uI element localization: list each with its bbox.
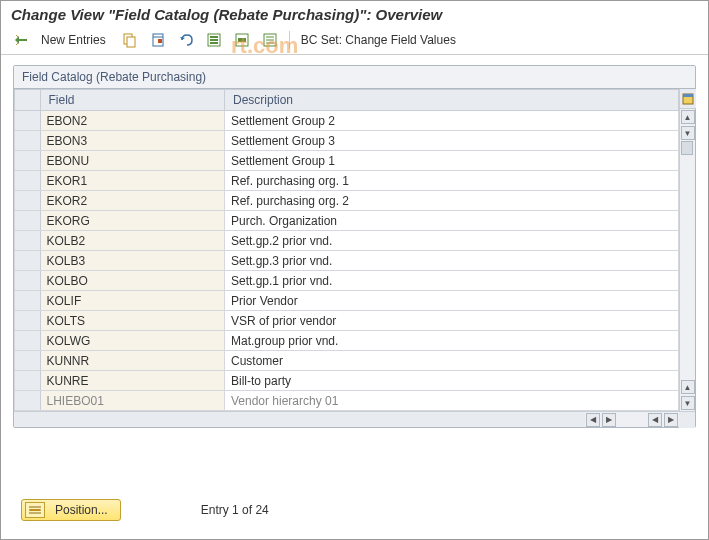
svg-rect-10 [238, 38, 246, 42]
cell-field[interactable]: KOLTS [40, 311, 224, 331]
table-row[interactable]: KUNREBill-to party [15, 371, 679, 391]
new-entries-button[interactable]: New Entries [37, 33, 114, 47]
scroll-track[interactable] [681, 141, 695, 379]
vertical-scrollbar: ▲ ▼ ▲ ▼ [679, 89, 695, 411]
page-title: Change View "Field Catalog (Rebate Purch… [1, 1, 708, 26]
table-row[interactable]: EBON2Settlement Group 2 [15, 111, 679, 131]
cell-field[interactable]: KOLWG [40, 331, 224, 351]
scroll-right-button-2[interactable]: ▶ [664, 413, 678, 427]
table-row[interactable]: KOLWGMat.group prior vnd. [15, 331, 679, 351]
cell-field[interactable]: EBONU [40, 151, 224, 171]
cell-description[interactable]: Mat.group prior vnd. [224, 331, 678, 351]
position-button[interactable]: Position... [21, 499, 121, 521]
svg-rect-6 [210, 36, 218, 38]
row-selector[interactable] [15, 171, 41, 191]
scroll-down-button[interactable]: ▼ [681, 126, 695, 140]
cell-field[interactable]: EKORG [40, 211, 224, 231]
position-icon [25, 502, 45, 518]
bc-set-button[interactable]: BC Set: Change Field Values [297, 33, 464, 47]
row-selector[interactable] [15, 251, 41, 271]
scroll-right-button[interactable]: ▶ [602, 413, 616, 427]
select-block-icon[interactable] [230, 29, 254, 51]
cell-description[interactable]: Ref. purchasing org. 2 [224, 191, 678, 211]
scroll-left-button[interactable]: ◀ [586, 413, 600, 427]
table-row[interactable]: KUNNRCustomer [15, 351, 679, 371]
position-label: Position... [55, 503, 108, 517]
scroll-left-button-2[interactable]: ◀ [648, 413, 662, 427]
row-selector[interactable] [15, 231, 41, 251]
cell-description[interactable]: Sett.gp.3 prior vnd. [224, 251, 678, 271]
cell-description[interactable]: VSR of prior vendor [224, 311, 678, 331]
table-row[interactable]: LHIEBO01Vendor hierarchy 01 [15, 391, 679, 411]
cell-description[interactable]: Customer [224, 351, 678, 371]
table-row[interactable]: KOLTSVSR of prior vendor [15, 311, 679, 331]
scroll-up-button-2[interactable]: ▲ [681, 380, 695, 394]
horizontal-scrollbar: ◀ ▶ ◀ ▶ [14, 411, 695, 427]
row-selector[interactable] [15, 191, 41, 211]
row-selector[interactable] [15, 351, 41, 371]
svg-rect-8 [210, 42, 218, 44]
cell-field[interactable]: EKOR2 [40, 191, 224, 211]
row-selector[interactable] [15, 131, 41, 151]
cell-description[interactable]: Sett.gp.2 prior vnd. [224, 231, 678, 251]
row-selector[interactable] [15, 211, 41, 231]
table-row[interactable]: KOLB3Sett.gp.3 prior vnd. [15, 251, 679, 271]
row-selector[interactable] [15, 391, 41, 411]
table-row[interactable]: KOLB2Sett.gp.2 prior vnd. [15, 231, 679, 251]
cell-description[interactable]: Settlement Group 1 [224, 151, 678, 171]
copy-icon[interactable] [118, 29, 142, 51]
cell-description[interactable]: Prior Vendor [224, 291, 678, 311]
cell-description[interactable]: Settlement Group 3 [224, 131, 678, 151]
separator [289, 31, 290, 49]
cell-field[interactable]: EBON2 [40, 111, 224, 131]
cell-field[interactable]: KUNNR [40, 351, 224, 371]
row-selector[interactable] [15, 111, 41, 131]
cell-description[interactable]: Purch. Organization [224, 211, 678, 231]
row-selector[interactable] [15, 331, 41, 351]
toggle-button[interactable] [9, 29, 33, 51]
cell-field[interactable]: KOLBO [40, 271, 224, 291]
table-row[interactable]: EKOR1Ref. purchasing org. 1 [15, 171, 679, 191]
panel-header: Field Catalog (Rebate Purchasing) [14, 66, 695, 89]
row-selector[interactable] [15, 291, 41, 311]
table-row[interactable]: EBON3Settlement Group 3 [15, 131, 679, 151]
table-row[interactable]: KOLIFPrior Vendor [15, 291, 679, 311]
table-wrap: Field Description EBON2Settlement Group … [14, 89, 695, 411]
table-row[interactable]: EKORGPurch. Organization [15, 211, 679, 231]
cell-field[interactable]: KOLIF [40, 291, 224, 311]
cell-description[interactable]: Ref. purchasing org. 1 [224, 171, 678, 191]
scroll-up-button[interactable]: ▲ [681, 110, 695, 124]
select-all-icon[interactable] [202, 29, 226, 51]
toolbar: New Entries BC Set: Change Field Values [1, 26, 708, 55]
cell-field[interactable]: EKOR1 [40, 171, 224, 191]
cell-field[interactable]: KOLB3 [40, 251, 224, 271]
column-description[interactable]: Description [224, 90, 678, 111]
footer: Position... Entry 1 of 24 [21, 499, 688, 521]
cell-description[interactable]: Sett.gp.1 prior vnd. [224, 271, 678, 291]
cell-field[interactable]: LHIEBO01 [40, 391, 224, 411]
table-row[interactable]: EBONUSettlement Group 1 [15, 151, 679, 171]
row-selector[interactable] [15, 271, 41, 291]
scroll-thumb[interactable] [681, 141, 693, 155]
cell-description[interactable]: Bill-to party [224, 371, 678, 391]
table-row[interactable]: EKOR2Ref. purchasing org. 2 [15, 191, 679, 211]
table-settings-icon[interactable] [680, 89, 696, 109]
cell-description[interactable]: Vendor hierarchy 01 [224, 391, 678, 411]
cell-description[interactable]: Settlement Group 2 [224, 111, 678, 131]
hscroll-spacer [14, 412, 585, 427]
scroll-down-button-2[interactable]: ▼ [681, 396, 695, 410]
undo-icon[interactable] [174, 29, 198, 51]
svg-rect-20 [30, 509, 40, 511]
cell-field[interactable]: EBON3 [40, 131, 224, 151]
table-row[interactable]: KOLBOSett.gp.1 prior vnd. [15, 271, 679, 291]
row-selector[interactable] [15, 311, 41, 331]
row-select-header[interactable] [15, 90, 41, 111]
row-selector[interactable] [15, 371, 41, 391]
cell-field[interactable]: KUNRE [40, 371, 224, 391]
column-field[interactable]: Field [40, 90, 224, 111]
row-selector[interactable] [15, 151, 41, 171]
deselect-all-icon[interactable] [258, 29, 282, 51]
cell-field[interactable]: KOLB2 [40, 231, 224, 251]
svg-rect-4 [158, 39, 162, 43]
delete-icon[interactable] [146, 29, 170, 51]
